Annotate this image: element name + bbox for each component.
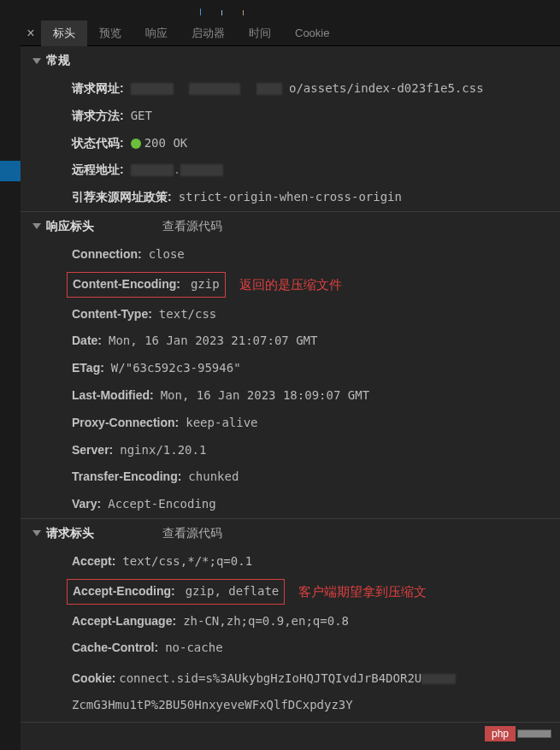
remote-address-label: 远程地址: [72,160,124,180]
referrer-policy-row: 引荐来源网址政策: strict-origin-when-cross-origi… [21,184,560,211]
section-request-title: 请求标头 [46,526,94,541]
cookie-row: Cookie: connect.sid=s%3AUkybgHzIoHQJTQIv… [21,662,560,722]
date-row: Date: Mon, 16 Jan 2023 21:07:07 GMT [21,328,560,355]
server-row: Server: nginx/1.20.1 [21,437,560,464]
timeline-ruler [21,0,560,21]
collapse-icon [32,58,41,64]
request-url-label: 请求网址: [72,79,124,99]
view-source-response[interactable]: 查看源代码 [162,219,222,234]
tabs-bar: × 标头 预览 响应 启动器 时间 Cookie [21,21,560,46]
accept-row: Accept: text/css,*/*;q=0.1 [21,548,560,576]
section-response-header[interactable]: 响应标头 查看源代码 [21,212,560,241]
last-modified-row: Last-Modified: Mon, 16 Jan 2023 18:09:07… [21,382,560,410]
content-type-row: Content-Type: text/css [21,301,560,328]
section-general-header[interactable]: 常规 [21,46,560,75]
accept-language-row: Accept-Language: zh-CN,zh;q=0.9,en;q=0.8 [21,608,560,635]
section-response-title: 响应标头 [46,219,94,234]
status-dot-icon [131,139,141,149]
annotation-response-gzip: 返回的是压缩文件 [239,274,342,296]
annotation-request-gzip: 客户端期望拿到压缩文 [298,581,427,603]
sidebar-marker [0,161,21,181]
request-method-label: 请求方法: [72,106,124,127]
tab-headers[interactable]: 标头 [41,21,87,46]
view-source-request[interactable]: 查看源代码 [162,526,222,541]
connection-row: Connection: close [21,241,560,269]
tab-cookie[interactable]: Cookie [283,21,341,44]
watermark-bar [517,729,551,738]
status-code-label: 状态代码: [72,133,124,154]
accept-encoding-highlight: Accept-Encoding: gzip, deflate [67,579,285,605]
section-request-header[interactable]: 请求标头 查看源代码 [21,519,560,548]
referrer-policy-label: 引荐来源网址政策: [72,187,172,208]
referrer-policy-value: strict-origin-when-cross-origin [179,187,402,208]
remote-address-value: . [131,160,223,180]
etag-row: ETag: W/"63c592c3-95946" [21,355,560,382]
request-url-row: 请求网址: o/assets/index-d023f1e5.css [21,75,560,103]
proxy-connection-row: Proxy-Connection: keep-alive [21,410,560,437]
content-encoding-highlight: Content-Encoding: gzip [67,272,226,298]
tab-initiator[interactable]: 启动器 [180,21,237,46]
request-method-row: 请求方法: GET [21,103,560,130]
remote-address-row: 远程地址: . [21,156,560,184]
status-code-row: 状态代码: 200 OK [21,130,560,157]
transfer-encoding-row: Transfer-Encoding: chunked [21,464,560,491]
collapse-icon [32,530,41,536]
collapse-icon [32,223,41,229]
tab-response[interactable]: 响应 [133,21,180,46]
tab-preview[interactable]: 预览 [87,21,133,46]
close-icon[interactable]: × [21,26,41,41]
request-url-value: o/assets/index-d023f1e5.css [131,79,484,99]
section-general-title: 常规 [46,53,70,68]
tab-timing[interactable]: 时间 [237,21,283,46]
php-logo-icon: php [485,726,516,741]
status-code-value: 200 OK [131,133,188,154]
request-method-value: GET [131,106,152,127]
watermark: php [485,726,551,741]
content-encoding-row: Content-Encoding: gzip 返回的是压缩文件 [21,269,560,301]
cache-control-row: Cache-Control: no-cache [21,635,560,662]
vary-row: Vary: Accept-Encoding [21,491,560,518]
accept-encoding-row: Accept-Encoding: gzip, deflate 客户端期望拿到压缩… [21,576,560,608]
